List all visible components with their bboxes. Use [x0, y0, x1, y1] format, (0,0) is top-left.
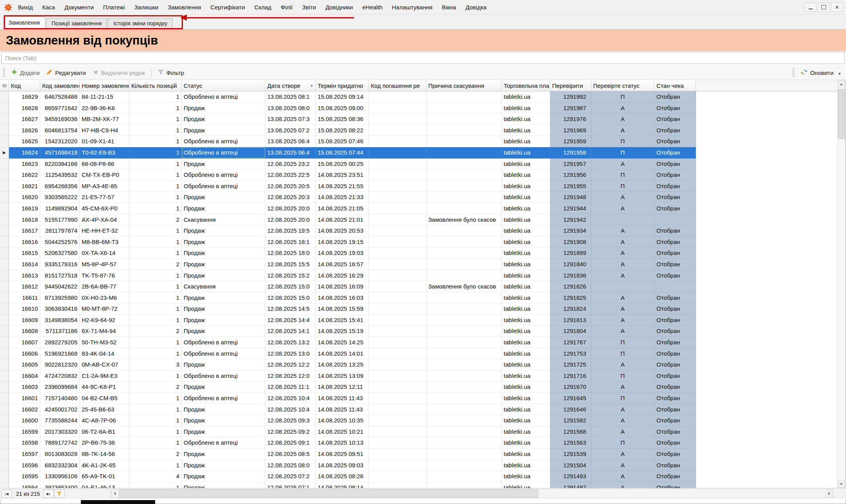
grid-cell[interactable]: [369, 449, 426, 460]
grid-cell[interactable]: А: [591, 404, 655, 415]
grid-cell[interactable]: [369, 136, 426, 147]
grid-cell[interactable]: 12.08.2025 09:1: [265, 437, 316, 449]
grid-cell[interactable]: Продаж: [182, 248, 265, 259]
grid-cell[interactable]: 2P-B6-75-36: [80, 437, 129, 449]
date-column-filter-icon[interactable]: ▼: [310, 80, 313, 91]
grid-cell[interactable]: [426, 404, 502, 415]
grid-cell[interactable]: 84-11-21-15: [80, 91, 129, 103]
grid-cell[interactable]: Продаж: [182, 303, 265, 315]
menu-item-6[interactable]: Замовлення: [168, 4, 201, 11]
grid-cell[interactable]: 14.08.2025 10:13: [316, 437, 369, 449]
grid-cell[interactable]: C1-2A-9M-E3: [80, 370, 129, 382]
grid-cell[interactable]: 13.08.2025 06:4: [265, 147, 316, 159]
table-row[interactable]: 1659439238534000A-E1-46-131Продаж12.08.2…: [0, 482, 837, 488]
grid-cell[interactable]: П: [591, 393, 655, 404]
grid-cell[interactable]: 0M-AB-CX-07: [80, 359, 129, 370]
grid-cell[interactable]: А: [591, 482, 655, 488]
grid-cell[interactable]: tabletki.ua: [502, 114, 550, 125]
grid-cell[interactable]: 1291493: [550, 471, 591, 482]
grid-cell[interactable]: 12.08.2025 14:1: [265, 326, 316, 337]
grid-cell[interactable]: tabletki.ua: [502, 482, 550, 488]
grid-cell[interactable]: M8-BB-6M-T3: [80, 237, 129, 248]
grid-cell[interactable]: CM-TX-EB-P0: [80, 169, 129, 181]
grid-cell[interactable]: [369, 114, 426, 125]
column-header-12[interactable]: Перевірте статус: [591, 80, 655, 91]
grid-cell[interactable]: 1291767: [550, 337, 591, 348]
grid-cell[interactable]: [369, 482, 426, 488]
grid-cell[interactable]: Отобран: [655, 192, 696, 203]
grid-cell[interactable]: 15.08.2025 09:00: [316, 103, 369, 114]
grid-cell[interactable]: Отобран: [655, 248, 696, 259]
add-button[interactable]: Додати: [8, 68, 43, 78]
grid-cell[interactable]: 6832332304: [40, 460, 80, 471]
grid-cell[interactable]: 14.08.2025 10:35: [316, 415, 369, 426]
grid-cell[interactable]: 65-A9-TK-01: [80, 471, 129, 482]
grid-cell[interactable]: 16595: [9, 471, 40, 482]
grid-cell[interactable]: 16602: [9, 404, 40, 415]
grid-cell[interactable]: [369, 471, 426, 482]
grid-cell[interactable]: [591, 281, 655, 292]
grid-cell[interactable]: 14.08.2025 21:05: [316, 203, 369, 214]
menu-item-1[interactable]: Вихід: [18, 4, 33, 11]
grid-cell[interactable]: 1125439532: [40, 169, 80, 181]
grid-cell[interactable]: [426, 91, 502, 103]
grid-cell[interactable]: 13.08.2025 07:3: [265, 114, 316, 125]
grid-cell[interactable]: П: [591, 91, 655, 103]
grid-cell[interactable]: 13.08.2025 08:1: [265, 91, 316, 103]
column-header-1[interactable]: Код: [9, 80, 40, 91]
grid-cell[interactable]: 12.08.2025 18:0: [265, 248, 316, 259]
grid-cell[interactable]: 12.08.2025 11:1: [265, 381, 316, 393]
grid-corner-icon[interactable]: [0, 80, 9, 91]
table-row[interactable]: 166044724720832C1-2A-9M-E31Оброблено в а…: [0, 370, 837, 382]
grid-cell[interactable]: 1291959: [550, 136, 591, 147]
grid-cell[interactable]: tabletki.ua: [502, 370, 550, 382]
vertical-scroll-thumb[interactable]: [838, 89, 845, 139]
grid-cell[interactable]: [426, 103, 502, 114]
grid-cell[interactable]: tabletki.ua: [502, 169, 550, 181]
grid-cell[interactable]: 6X-71-M4-94: [80, 326, 129, 337]
table-row[interactable]: 16602424500170225-45-B6-631Продаж12.08.2…: [0, 404, 837, 415]
grid-cell[interactable]: [426, 482, 502, 488]
grid-cell[interactable]: 2: [129, 381, 182, 393]
grid-cell[interactable]: 14.08.2025 09:51: [316, 449, 369, 460]
grid-cell[interactable]: А: [591, 315, 655, 326]
grid-cell[interactable]: 9445042622: [40, 281, 80, 292]
grid-cell[interactable]: 2: [129, 214, 182, 226]
grid-cell[interactable]: tabletki.ua: [502, 337, 550, 348]
grid-cell[interactable]: 2892279205: [40, 337, 80, 348]
grid-cell[interactable]: tabletki.ua: [502, 359, 550, 370]
grid-cell[interactable]: 12.08.2025 07:2: [265, 471, 316, 482]
grid-cell[interactable]: [369, 192, 426, 203]
grid-cell[interactable]: M0-MT-8P-72: [80, 303, 129, 315]
grid-cell[interactable]: 1: [129, 437, 182, 449]
grid-cell[interactable]: А: [591, 192, 655, 203]
grid-cell[interactable]: tabletki.ua: [502, 281, 550, 292]
table-row[interactable]: 1661294450426222B-6A-BB-771Скасування12.…: [0, 281, 837, 292]
menu-item-12[interactable]: eHealth: [362, 4, 383, 11]
grid-cell[interactable]: [426, 136, 502, 147]
grid-cell[interactable]: [369, 326, 426, 337]
grid-cell[interactable]: А: [591, 426, 655, 438]
grid-cell[interactable]: 45-CM-6X-P0: [80, 203, 129, 214]
grid-cell[interactable]: 4245001702: [40, 404, 80, 415]
grid-cell[interactable]: П: [591, 437, 655, 449]
menu-item-2[interactable]: Каса: [42, 4, 55, 11]
menu-item-15[interactable]: Довідка: [465, 4, 486, 11]
grid-cell[interactable]: Отобран: [655, 471, 696, 482]
grid-cell[interactable]: 16625: [9, 136, 40, 147]
filter-toggle-button[interactable]: [54, 490, 64, 498]
grid-cell[interactable]: 21-E5-77-57: [80, 192, 129, 203]
grid-cell[interactable]: tabletki.ua: [502, 237, 550, 248]
grid-cell[interactable]: П: [591, 348, 655, 360]
grid-cell[interactable]: tabletki.ua: [502, 404, 550, 415]
grid-cell[interactable]: 5155177990: [40, 214, 80, 226]
grid-cell[interactable]: 15.08.2025 08:36: [316, 114, 369, 125]
grid-cell[interactable]: А: [591, 248, 655, 259]
grid-cell[interactable]: 1: [129, 270, 182, 281]
table-row[interactable]: 166266046813754H7-HB-C9-H41Продаж13.08.2…: [0, 125, 837, 136]
grid-cell[interactable]: Продаж: [182, 460, 265, 471]
grid-cell[interactable]: Оброблено в аптеці: [182, 437, 265, 449]
grid-cell[interactable]: [369, 404, 426, 415]
grid-cell[interactable]: 13.08.2025 07:2: [265, 125, 316, 136]
grid-cell[interactable]: 1: [129, 237, 182, 248]
